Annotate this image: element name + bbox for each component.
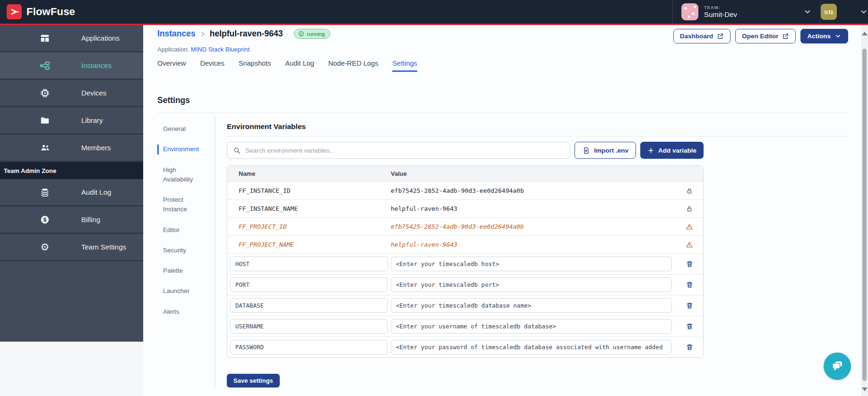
delete-variable-button[interactable] xyxy=(686,343,694,351)
env-value-input[interactable] xyxy=(391,340,672,354)
breadcrumb-instances-link[interactable]: Instances xyxy=(157,29,196,39)
chevron-down-icon xyxy=(834,33,842,40)
dashboard-button[interactable]: Dashboard xyxy=(673,29,731,43)
save-settings-button[interactable]: Save settings xyxy=(227,374,280,387)
table-row: FF_INSTANCE_ID efb75425-2852-4adb-90d3-e… xyxy=(227,181,703,199)
sidebar-item-label: Members xyxy=(81,144,111,152)
sidebar-item-library[interactable]: Library xyxy=(0,107,143,135)
env-name-input[interactable] xyxy=(230,340,388,354)
breadcrumb-separator-icon xyxy=(199,31,206,37)
trash-icon xyxy=(686,343,694,351)
subnav-high-availability[interactable]: High Availability xyxy=(157,165,201,185)
env-value-input[interactable] xyxy=(391,319,672,334)
divider xyxy=(227,136,848,137)
sidebar-item-label: Devices xyxy=(81,89,106,97)
sidebar-item-team-settings[interactable]: ⚙ Team Settings xyxy=(0,234,143,261)
table-row xyxy=(227,295,703,316)
open-editor-button[interactable]: Open Editor xyxy=(735,29,796,43)
dollar-icon: $ xyxy=(39,214,51,226)
sidebar-item-audit-log[interactable]: Audit Log xyxy=(0,179,143,207)
tab-snapshots[interactable]: Snapshots xyxy=(239,60,271,72)
search-box xyxy=(227,142,570,159)
tab-settings[interactable]: Settings xyxy=(392,60,417,72)
team-admin-zone-label: Team Admin Zone xyxy=(0,162,143,179)
subnav-general[interactable]: General xyxy=(157,124,201,134)
scrollbar-up-arrow[interactable] xyxy=(862,32,868,35)
env-variables-table: Name Value FF_INSTANCE_ID efb75425-2852-… xyxy=(227,165,704,358)
subnav-palette[interactable]: Palette xyxy=(157,266,201,275)
sidebar-item-billing[interactable]: $ Billing xyxy=(0,207,143,234)
table-row xyxy=(227,336,703,357)
add-variable-button[interactable]: Add variable xyxy=(640,142,704,159)
env-name-input[interactable] xyxy=(230,257,388,271)
application-link[interactable]: MIND Stack Blueprint xyxy=(191,46,249,53)
top-navigation-bar: FlowFuse TEAM: Sumit-Dev su xyxy=(0,0,868,25)
delete-variable-button[interactable] xyxy=(686,260,694,268)
delete-variable-button[interactable] xyxy=(686,281,694,289)
instance-tabs: Overview Devices Snapshots Audit Log Nod… xyxy=(157,60,848,72)
actions-button[interactable]: Actions xyxy=(800,29,848,43)
env-name-input[interactable] xyxy=(230,277,388,292)
sidebar-item-label: Library xyxy=(81,116,103,124)
subnav-environment[interactable]: Environment xyxy=(157,145,201,154)
team-label: TEAM: xyxy=(704,5,737,10)
database-icon xyxy=(39,186,51,198)
subnav-launcher[interactable]: Launcher xyxy=(157,286,201,296)
scrollbar-thumb[interactable] xyxy=(862,49,867,381)
env-name-input[interactable] xyxy=(230,319,388,334)
column-header-value: Value xyxy=(391,170,676,177)
table-row: FF_INSTANCE_NAME helpful-raven-9643 xyxy=(227,199,703,217)
team-name: Sumit-Dev xyxy=(704,10,737,19)
document-download-icon xyxy=(582,146,590,155)
tab-audit-log[interactable]: Audit Log xyxy=(285,60,314,72)
lock-icon xyxy=(676,187,703,195)
brand-name: FlowFuse xyxy=(26,6,75,18)
folder-icon xyxy=(39,114,51,127)
delete-variable-button[interactable] xyxy=(686,322,694,330)
flowfuse-logo[interactable]: FlowFuse xyxy=(7,4,75,19)
page-scrollbar[interactable] xyxy=(861,25,868,396)
warning-icon xyxy=(676,223,703,231)
env-value-input[interactable] xyxy=(391,257,672,271)
sidebar-item-members[interactable]: Members xyxy=(0,135,143,162)
chevron-down-icon xyxy=(803,8,812,16)
tab-node-red-logs[interactable]: Node-RED Logs xyxy=(328,60,378,72)
application-label: Application: xyxy=(157,46,189,53)
tab-devices[interactable]: Devices xyxy=(200,60,224,72)
sidebar: Applications Instances Devices Library xyxy=(0,25,143,342)
env-value-input[interactable] xyxy=(391,277,672,292)
env-value-input[interactable] xyxy=(391,298,672,313)
trash-icon xyxy=(686,301,694,310)
search-input[interactable] xyxy=(245,147,564,154)
scrollbar-down-arrow[interactable] xyxy=(862,387,868,391)
sidebar-item-applications[interactable]: Applications xyxy=(0,25,143,52)
trash-icon xyxy=(686,260,694,268)
user-menu[interactable]: su xyxy=(821,0,868,24)
import-env-button[interactable]: Import .env xyxy=(575,142,636,159)
external-link-icon xyxy=(782,33,789,40)
env-name-input[interactable] xyxy=(230,298,388,313)
chat-icon xyxy=(830,359,844,373)
subnav-alerts[interactable]: Alerts xyxy=(157,307,201,317)
main-content: Instances helpful-raven-9643 running Das… xyxy=(143,25,861,396)
sidebar-item-instances[interactable]: Instances xyxy=(0,52,143,80)
table-row xyxy=(227,274,703,295)
trash-icon xyxy=(686,281,694,289)
sidebar-item-label: Billing xyxy=(81,215,100,224)
chat-widget-button[interactable] xyxy=(824,353,851,380)
team-selector[interactable]: TEAM: Sumit-Dev xyxy=(673,0,820,24)
subnav-security[interactable]: Security xyxy=(157,246,201,255)
divider xyxy=(157,112,848,113)
tab-overview[interactable]: Overview xyxy=(157,60,186,72)
subnav-protect-instance[interactable]: Protect Instance xyxy=(157,195,201,215)
table-row: FF_PROJECT_ID efb75425-2852-4adb-90d3-ee… xyxy=(227,217,703,235)
instances-icon xyxy=(39,60,51,72)
table-row xyxy=(227,316,703,336)
sidebar-item-devices[interactable]: Devices xyxy=(0,80,143,107)
sidebar-item-label: Audit Log xyxy=(81,188,111,196)
settings-subnav: General Environment High Availability Pr… xyxy=(157,117,215,387)
play-circle-icon xyxy=(298,31,304,37)
delete-variable-button[interactable] xyxy=(686,301,694,310)
subnav-editor[interactable]: Editor xyxy=(157,225,201,235)
column-header-name: Name xyxy=(227,170,391,177)
